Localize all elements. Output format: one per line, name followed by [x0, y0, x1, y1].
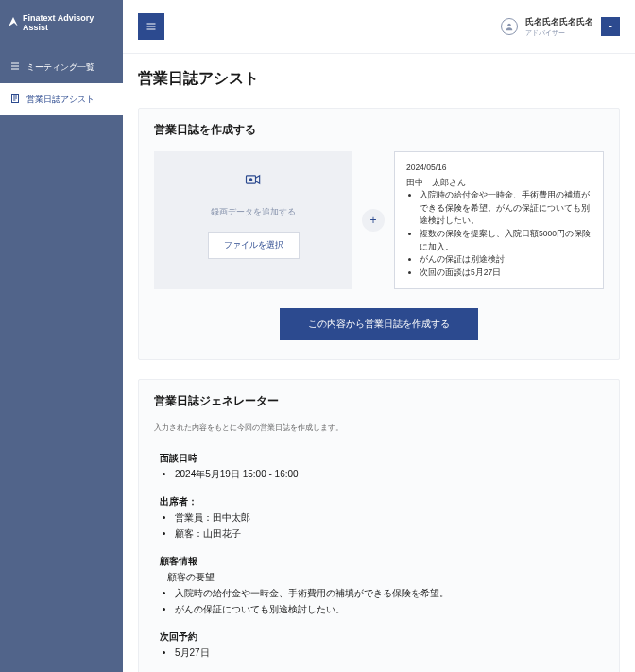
list-icon: [9, 60, 21, 74]
document-icon: [9, 93, 21, 106]
svg-point-10: [507, 24, 510, 26]
notes-date: 2024/05/16: [406, 162, 592, 175]
chevron-up-icon[interactable]: [601, 17, 620, 36]
svg-rect-7: [147, 24, 156, 25]
notes-item: 次回の面談は5月27日: [420, 267, 592, 280]
generate-button[interactable]: この内容から営業日誌を作成する: [280, 308, 478, 340]
notes-item: 入院時の給付金や一時金、手術費用の補填ができる保険を希望。がんの保証についても別…: [420, 189, 592, 228]
avatar-icon: [501, 18, 518, 35]
add-button[interactable]: +: [362, 209, 385, 232]
notes-box: 2024/05/16 田中 太郎さん 入院時の給付金や一時金、手術費用の補填がで…: [394, 151, 604, 289]
sidebar-item-label: 営業日誌アシスト: [26, 94, 94, 106]
sidebar: Finatext Advisory Assist ミーティング一覧 営業日誌アシ…: [0, 0, 123, 672]
brand: Finatext Advisory Assist: [0, 13, 123, 51]
sidebar-item-label: ミーティング一覧: [26, 61, 94, 74]
create-panel-title: 営業日誌を作成する: [154, 122, 604, 138]
doc-attendee: 営業員：田中太郎: [175, 509, 598, 526]
generator-subtitle: 入力された内容をもとに今回の営業日誌を作成します。: [154, 422, 604, 433]
doc-datetime: 2024年5月19日 15:00 - 16:00: [175, 466, 598, 482]
svg-rect-8: [147, 26, 156, 27]
generator-panel: 営業日誌ジェネレーター 入力された内容をもとに今回の営業日誌を作成します。 面談…: [138, 379, 620, 672]
notes-customer: 田中 太郎さん: [406, 177, 592, 190]
main: 氏名氏名氏名氏名 アドバイザー 営業日誌アシスト 営業日誌を作成する 録画データ…: [123, 0, 635, 672]
brand-text: Finatext Advisory Assist: [23, 13, 115, 32]
generated-doc: 面談日時 2024年5月19日 15:00 - 16:00 出席者： 営業員：田…: [154, 450, 604, 661]
svg-point-12: [249, 179, 252, 181]
svg-rect-9: [147, 29, 156, 30]
sidebar-item-assist[interactable]: 営業日誌アシスト: [0, 83, 123, 115]
content: 営業日誌アシスト 営業日誌を作成する 録画データを追加する ファイルを選択 + …: [123, 54, 635, 672]
brand-icon: [8, 16, 19, 29]
file-select-button[interactable]: ファイルを選択: [208, 232, 300, 259]
user-menu[interactable]: 氏名氏名氏名氏名 アドバイザー: [501, 16, 620, 38]
video-record-icon: [244, 170, 263, 193]
upload-card: 録画データを追加する ファイルを選択: [154, 151, 352, 289]
doc-heading-datetime: 面談日時: [160, 450, 598, 466]
topbar: 氏名氏名氏名氏名 アドバイザー: [123, 0, 635, 54]
notes-item: 複数の保険を提案し、入院日額5000円の保険に加入。: [420, 228, 592, 253]
doc-wish: 入院時の給付金や一時金、手術費用の補填ができる保険を希望。: [175, 585, 598, 601]
doc-subheading-wish: 顧客の要望: [160, 569, 598, 585]
page-title: 営業日誌アシスト: [138, 54, 620, 108]
doc-wish: がんの保証についても別途検討したい。: [175, 601, 598, 617]
sidebar-item-meetings[interactable]: ミーティング一覧: [0, 51, 123, 83]
doc-next: 5月27日: [175, 645, 598, 661]
create-row: 録画データを追加する ファイルを選択 + 2024/05/16 田中 太郎さん …: [154, 151, 604, 289]
cta-row: この内容から営業日誌を作成する: [154, 308, 604, 340]
user-role: アドバイザー: [525, 28, 593, 38]
notes-item: がんの保証は別途検討: [420, 253, 592, 267]
generator-title: 営業日誌ジェネレーター: [154, 393, 604, 409]
doc-heading-attendees: 出席者：: [160, 493, 598, 509]
create-panel: 営業日誌を作成する 録画データを追加する ファイルを選択 + 2024/05/1…: [138, 108, 620, 360]
doc-attendee: 顧客：山田花子: [175, 526, 598, 542]
user-name: 氏名氏名氏名氏名: [525, 16, 593, 28]
doc-heading-custinfo: 顧客情報: [160, 553, 598, 569]
notes-list: 入院時の給付金や一時金、手術費用の補填ができる保険を希望。がんの保証についても別…: [406, 189, 592, 279]
upload-label: 録画データを追加する: [211, 206, 296, 218]
user-text: 氏名氏名氏名氏名 アドバイザー: [525, 16, 593, 38]
menu-toggle-button[interactable]: [138, 13, 164, 40]
doc-heading-next: 次回予約: [160, 629, 598, 645]
